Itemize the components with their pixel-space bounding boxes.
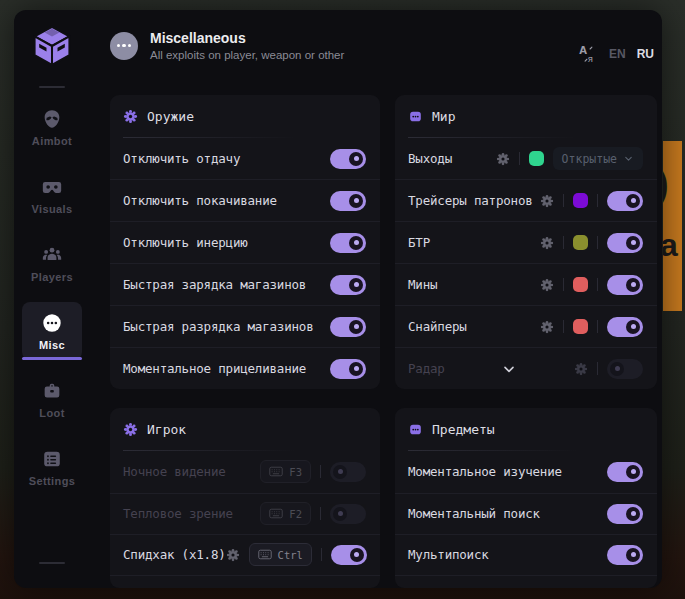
toggle-switch[interactable] bbox=[330, 504, 366, 524]
toggle-knob bbox=[349, 278, 363, 292]
row-controls bbox=[330, 359, 366, 379]
section-title: Оружие bbox=[147, 109, 194, 124]
row-controls: Открытые bbox=[496, 147, 643, 170]
gear-icon[interactable] bbox=[540, 278, 554, 292]
sidebar-item-misc[interactable]: Misc bbox=[14, 304, 90, 372]
feature-label: Моментальный поиск bbox=[408, 506, 540, 521]
toggle-switch[interactable] bbox=[330, 317, 366, 337]
feature-row: Тепловое зрениеF2 bbox=[110, 493, 380, 535]
feature-row: ВыходыОткрытые bbox=[395, 138, 657, 179]
sidebar-divider bbox=[39, 562, 65, 564]
toggle-switch[interactable] bbox=[330, 191, 366, 211]
gear-icon[interactable] bbox=[540, 320, 554, 334]
toggle-switch[interactable] bbox=[331, 545, 367, 565]
toggle-knob bbox=[349, 236, 363, 250]
toggle-switch[interactable] bbox=[607, 462, 643, 482]
key-label: F2 bbox=[289, 508, 302, 520]
separator bbox=[320, 507, 321, 520]
toggle-switch[interactable] bbox=[330, 462, 366, 482]
toggle-switch[interactable] bbox=[607, 275, 643, 295]
color-swatch[interactable] bbox=[573, 319, 588, 334]
toggle-switch[interactable] bbox=[607, 233, 643, 253]
section-rows: Ночное видениеF3Тепловое зрениеF2Спидхак… bbox=[110, 451, 380, 576]
settings-list-icon bbox=[41, 448, 63, 470]
sidebar-item-players[interactable]: Players bbox=[14, 236, 90, 304]
toggle-switch[interactable] bbox=[330, 233, 366, 253]
sidebar-nav: AimbotVisualsPlayersMiscLootSettings bbox=[14, 100, 90, 508]
feature-label: Ночное видение bbox=[123, 464, 226, 479]
feature-label: Отключить инерцию bbox=[123, 235, 248, 250]
row-controls bbox=[607, 462, 643, 482]
page-subtitle: All exploits on player, weapon or other bbox=[150, 49, 344, 61]
ellipsis-circle-icon bbox=[41, 312, 63, 334]
color-swatch[interactable] bbox=[573, 235, 588, 250]
keyboard-icon bbox=[269, 508, 283, 519]
toggle-switch[interactable] bbox=[330, 275, 366, 295]
feature-label: БТР bbox=[408, 235, 430, 250]
gear-icon bbox=[123, 109, 138, 124]
feature-row: Отключить инерцию bbox=[110, 221, 380, 263]
color-swatch[interactable] bbox=[573, 277, 588, 292]
chevron-down-icon bbox=[623, 153, 634, 164]
gear-icon bbox=[123, 422, 138, 437]
alien-icon bbox=[41, 108, 63, 130]
feature-label: Тепловое зрение bbox=[123, 506, 233, 521]
key-bind-badge[interactable]: Ctrl bbox=[249, 543, 312, 566]
toggle-knob bbox=[349, 320, 363, 334]
toggle-switch[interactable] bbox=[330, 359, 366, 379]
gear-icon[interactable] bbox=[540, 236, 554, 250]
sidebar-item-settings[interactable]: Settings bbox=[14, 440, 90, 508]
gear-icon[interactable] bbox=[574, 362, 588, 376]
sidebar-item-label: Loot bbox=[39, 407, 64, 419]
chevron-down-icon[interactable] bbox=[501, 361, 517, 377]
toggle-switch[interactable] bbox=[607, 317, 643, 337]
toggle-switch[interactable] bbox=[607, 545, 643, 565]
sidebar-item-aimbot[interactable]: Aimbot bbox=[14, 100, 90, 168]
sidebar-item-visuals[interactable]: Visuals bbox=[14, 168, 90, 236]
color-swatch[interactable] bbox=[529, 151, 544, 166]
feature-label: Снайперы bbox=[408, 319, 467, 334]
color-swatch[interactable] bbox=[573, 193, 588, 208]
toggle-switch[interactable] bbox=[607, 504, 643, 524]
svg-text:A: A bbox=[579, 45, 587, 56]
toggle-switch[interactable] bbox=[330, 149, 366, 169]
gear-icon[interactable] bbox=[226, 548, 240, 562]
row-controls bbox=[330, 275, 366, 295]
svg-text:я: я bbox=[588, 53, 594, 64]
row-controls bbox=[540, 191, 643, 211]
separator bbox=[563, 236, 564, 249]
toggle-switch[interactable] bbox=[607, 359, 643, 379]
background-game-sliver bbox=[663, 141, 682, 311]
key-bind-badge[interactable]: F3 bbox=[260, 460, 311, 483]
key-label: Ctrl bbox=[278, 549, 303, 561]
toggle-switch[interactable] bbox=[607, 191, 643, 211]
dropdown-select[interactable]: Открытые bbox=[553, 147, 643, 170]
separator bbox=[320, 465, 321, 478]
separator bbox=[597, 194, 598, 207]
feature-row: Снайперы bbox=[395, 305, 657, 347]
gear-icon[interactable] bbox=[540, 194, 554, 208]
section-header: Оружие bbox=[110, 95, 380, 138]
row-controls: F3 bbox=[260, 460, 366, 483]
feature-label: Быстрая разрядка магазинов bbox=[123, 319, 313, 334]
feature-label: Отключить покачивание bbox=[123, 193, 277, 208]
section-card: МирВыходыОткрытыеТрейсеры патроновБТРМин… bbox=[395, 95, 657, 389]
toggle-knob bbox=[333, 507, 347, 521]
section-title: Мир bbox=[432, 109, 455, 124]
toggle-knob bbox=[626, 194, 640, 208]
translate-icon: A я bbox=[578, 44, 598, 64]
row-controls bbox=[330, 317, 366, 337]
language-option-ru[interactable]: RU bbox=[637, 47, 654, 61]
toggle-knob bbox=[626, 236, 640, 250]
feature-row: Трейсеры патронов bbox=[395, 179, 657, 221]
players-group-icon bbox=[41, 244, 63, 266]
section-card: ОружиеОтключить отдачуОтключить покачива… bbox=[110, 95, 380, 389]
feature-row: Радар bbox=[395, 347, 657, 389]
key-bind-badge[interactable]: F2 bbox=[260, 502, 311, 525]
gear-icon[interactable] bbox=[496, 152, 510, 166]
row-controls: Ctrl bbox=[226, 543, 367, 566]
row-controls bbox=[607, 545, 643, 565]
keyboard-icon bbox=[258, 549, 272, 560]
language-option-en[interactable]: EN bbox=[609, 47, 626, 61]
sidebar-item-loot[interactable]: Loot bbox=[14, 372, 90, 440]
